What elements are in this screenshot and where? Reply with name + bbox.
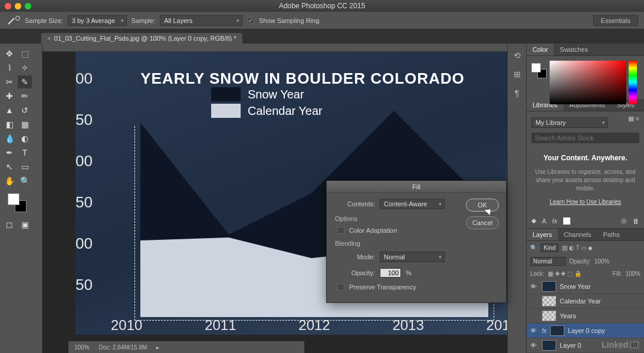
libraries-title: Your Content. Anywhere.	[531, 154, 639, 162]
library-dropdown[interactable]: My Library	[531, 117, 608, 128]
doc-size: Doc: 2.64M/15.8M	[99, 344, 147, 351]
add-graphic-icon[interactable]: ◆	[531, 217, 536, 225]
eraser-tool-icon[interactable]: ◧	[2, 118, 17, 131]
swatches-tab[interactable]: Swatches	[554, 44, 594, 55]
paths-tab[interactable]: Paths	[597, 229, 626, 240]
opacity-pct: %	[406, 269, 412, 276]
status-bar: 100% Doc: 2.64M/15.8M ▸	[68, 341, 304, 353]
document-tab-bar: × 01_03_Cutting_Flat_Psds.jpg @ 100% (La…	[0, 29, 644, 44]
sample-size-label: Sample Size:	[25, 17, 63, 24]
close-window-icon[interactable]	[5, 3, 11, 9]
marquee-tool-icon[interactable]: ⬚	[18, 47, 32, 60]
tools-panel: ✥ ⬚ ⌇ ✧ ✂ ✎ ✚ ✏ ▲ ↺ ◧ ▦ 💧 ◐ ✒ T ↖ ▭ ✋ 🔍 …	[0, 44, 34, 353]
blur-tool-icon[interactable]: 💧	[2, 132, 17, 145]
channels-tab[interactable]: Channels	[558, 229, 597, 240]
layer-row[interactable]: 👁fxLayer 0 copy	[527, 324, 644, 338]
layer-row[interactable]: 👁Snow Year	[527, 279, 644, 294]
history-panel-icon[interactable]: ⟲	[511, 50, 523, 61]
layers-tab[interactable]: Layers	[527, 229, 558, 240]
search-stock-input[interactable]	[531, 133, 639, 143]
horizontal-ruler	[42, 44, 507, 52]
eyedropper-tool-icon[interactable]: ✎	[18, 75, 32, 88]
layer-row[interactable]: Calendar Year	[527, 294, 644, 309]
clone-stamp-tool-icon[interactable]: ▲	[2, 104, 17, 117]
sample-size-dropdown[interactable]: 3 by 3 Average	[68, 15, 127, 26]
layer-filter-kind[interactable]: Kind	[541, 243, 558, 252]
titlebar: Adobe Photoshop CC 2015	[0, 0, 644, 12]
close-tab-icon[interactable]: ×	[47, 35, 51, 42]
libraries-learn-link[interactable]: Learn How to Use Libraries	[531, 199, 639, 205]
zoom-level[interactable]: 100%	[74, 344, 90, 351]
color-tab[interactable]: Color	[527, 44, 554, 55]
workspace-dropdown[interactable]: Essentials	[593, 15, 638, 26]
document-tab-label: 01_03_Cutting_Flat_Psds.jpg @ 100% (Laye…	[54, 35, 236, 42]
document-tab[interactable]: × 01_03_Cutting_Flat_Psds.jpg @ 100% (La…	[41, 33, 242, 44]
character-panel-icon[interactable]: ¶	[511, 87, 523, 99]
add-color-icon[interactable]	[563, 217, 570, 225]
options-bar: Sample Size: 3 by 3 Average Sample: All …	[0, 12, 644, 29]
layer-row[interactable]: Years	[527, 309, 644, 324]
history-brush-tool-icon[interactable]: ↺	[18, 104, 32, 117]
color-panel	[527, 56, 644, 99]
crop-tool-icon[interactable]: ✂	[2, 75, 17, 88]
mode-dropdown[interactable]: Normal	[380, 252, 445, 262]
sync-icon[interactable]: ◎	[621, 217, 627, 225]
brush-tool-icon[interactable]: ✏	[18, 90, 32, 103]
hand-tool-icon[interactable]: ✋	[2, 174, 17, 187]
opacity-input[interactable]	[380, 268, 401, 278]
contents-dropdown[interactable]: Content-Aware	[380, 199, 445, 209]
type-tool-icon[interactable]: T	[18, 146, 32, 159]
visibility-icon[interactable]: 👁	[530, 342, 538, 349]
dodge-tool-icon[interactable]: ◐	[18, 132, 32, 145]
properties-panel-icon[interactable]: ⊞	[511, 68, 523, 80]
gradient-tool-icon[interactable]: ▦	[18, 118, 32, 131]
blend-mode-dropdown[interactable]: Normal	[530, 257, 566, 266]
visibility-icon[interactable]: 👁	[530, 327, 538, 334]
visibility-icon[interactable]: 👁	[530, 283, 538, 290]
sample-dropdown[interactable]: All Layers	[160, 15, 242, 26]
maximize-window-icon[interactable]	[25, 3, 31, 9]
contents-label: Contents:	[334, 200, 375, 207]
add-layer-style-icon[interactable]: fx	[552, 217, 557, 225]
x-tick: 2014	[487, 317, 507, 334]
lasso-tool-icon[interactable]: ⌇	[2, 61, 17, 74]
trash-icon[interactable]: 🗑	[633, 217, 639, 225]
hue-slider[interactable]	[629, 61, 637, 104]
x-tick: 2011	[205, 317, 236, 334]
preserve-transparency-label: Preserve Transparency	[349, 283, 416, 291]
linkedin-watermark: Linkedin	[602, 340, 639, 349]
x-axis: 2010 2011 2012 2013 2014	[111, 317, 507, 334]
show-sampling-ring-checkbox[interactable]: ✓	[247, 17, 254, 24]
collapsed-panel-dock: ⟲ ⊞ ¶	[507, 44, 526, 353]
eyedropper-tool-icon[interactable]	[6, 15, 20, 27]
screen-mode-icon[interactable]: ▣	[18, 218, 32, 231]
opacity-label: Opacity:	[334, 269, 375, 276]
x-tick: 2012	[298, 317, 330, 334]
move-tool-icon[interactable]: ✥	[2, 47, 17, 60]
show-sampling-ring-label: Show Sampling Ring	[259, 17, 319, 24]
libraries-description: Use Libraries to organize, access, and s…	[531, 168, 639, 193]
vertical-ruler	[34, 44, 42, 353]
zoom-tool-icon[interactable]: 🔍	[18, 174, 32, 187]
magic-wand-tool-icon[interactable]: ✧	[18, 61, 32, 74]
cancel-button[interactable]: Cancel	[466, 216, 499, 229]
pen-tool-icon[interactable]: ✒	[2, 146, 17, 159]
foreground-background-swatch[interactable]	[8, 193, 27, 212]
right-panels: Color Swatches Libraries Adjustments Sty…	[526, 44, 644, 353]
x-tick: 2013	[392, 317, 423, 334]
path-selection-tool-icon[interactable]: ↖	[2, 160, 17, 173]
add-character-style-icon[interactable]: A	[542, 217, 546, 225]
quick-mask-icon[interactable]: ◻	[2, 218, 17, 231]
mode-label: Mode:	[334, 253, 375, 260]
color-field[interactable]	[550, 61, 626, 104]
color-adaptation-label: Color Adaptation	[349, 227, 397, 234]
preserve-transparency-checkbox[interactable]	[337, 283, 344, 291]
dialog-title: Fill	[327, 181, 506, 193]
healing-brush-tool-icon[interactable]: ✚	[2, 90, 17, 103]
ok-button[interactable]: OK	[466, 199, 499, 212]
shape-tool-icon[interactable]: ▭	[18, 160, 32, 173]
minimize-window-icon[interactable]	[15, 3, 21, 9]
color-adaptation-checkbox[interactable]	[337, 227, 344, 234]
fill-dialog: Fill OK Cancel Contents: Content-Aware O…	[326, 180, 507, 303]
sample-label: Sample:	[132, 17, 155, 24]
